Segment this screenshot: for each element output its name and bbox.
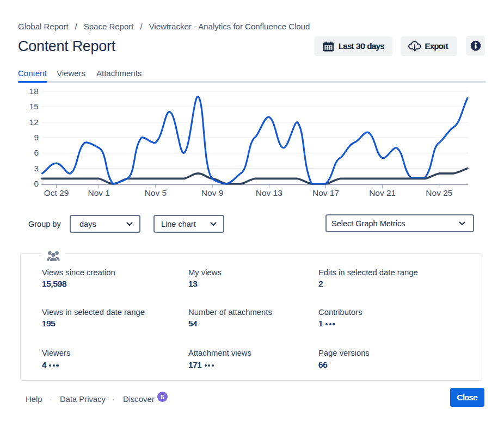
svg-text:Nov 13: Nov 13 — [256, 188, 282, 197]
svg-text:Nov 25: Nov 25 — [426, 188, 452, 197]
svg-text:12: 12 — [29, 117, 39, 127]
svg-text:9: 9 — [34, 133, 39, 142]
svg-text:0: 0 — [34, 179, 39, 188]
svg-text:Nov 21: Nov 21 — [369, 188, 396, 197]
svg-text:6: 6 — [34, 148, 39, 157]
svg-text:Nov 1: Nov 1 — [88, 188, 110, 197]
svg-text:Nov 5: Nov 5 — [145, 188, 167, 197]
svg-text:Nov 9: Nov 9 — [201, 188, 224, 197]
svg-text:3: 3 — [34, 164, 39, 173]
svg-text:Oct 29: Oct 29 — [44, 188, 69, 197]
svg-text:18: 18 — [29, 86, 39, 96]
svg-text:Nov 17: Nov 17 — [312, 188, 339, 197]
svg-text:15: 15 — [29, 102, 39, 111]
